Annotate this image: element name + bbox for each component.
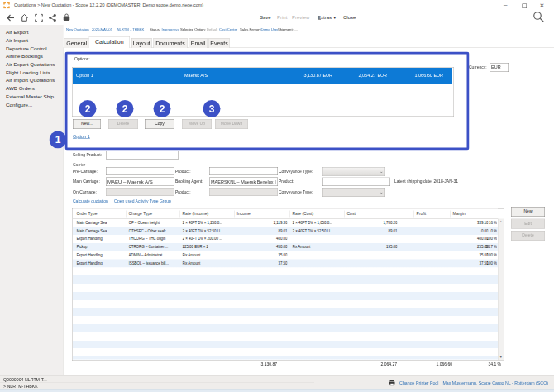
sidebar-item-external-master[interactable]: External Master Ship... xyxy=(6,93,58,99)
back-icon[interactable] xyxy=(6,13,15,22)
annotation-step-3: 3 xyxy=(203,100,221,117)
col-rate-cost[interactable]: Rate (Cost) xyxy=(293,209,314,219)
open-window-item-active[interactable]: > NLRTM-THBKK xyxy=(3,384,38,389)
title-bar: Quotations > New Quotation - Scope 12.2.… xyxy=(0,0,554,12)
sales-person-label: Sales Person: xyxy=(240,27,261,31)
on-carriage-label: On-Carriage: xyxy=(73,189,97,194)
tab-email[interactable]: Email xyxy=(189,38,208,48)
main-carriage-input[interactable]: MAEU – Maersk A/S xyxy=(106,178,174,187)
extras-menu[interactable]: EExtrasxtras ▼ xyxy=(318,15,337,21)
on-carriage-input[interactable] xyxy=(106,188,174,196)
option-row-selected[interactable]: Option 1 Maersk A/S 3,130.87 EUR 2,064.2… xyxy=(73,68,452,84)
tab-events[interactable]: Events xyxy=(209,38,230,48)
col-charge-type[interactable]: Charge Type xyxy=(129,209,153,219)
product-label-3: Product: xyxy=(175,189,191,194)
bag-icon[interactable] xyxy=(62,13,71,22)
minimize-button[interactable]: – xyxy=(504,1,507,8)
statusbar-divider xyxy=(0,383,314,384)
share-icon[interactable] xyxy=(49,14,57,22)
save-button[interactable]: Save xyxy=(260,15,271,21)
close-window-button[interactable]: ✕ xyxy=(540,2,545,8)
home-icon[interactable] xyxy=(20,13,29,22)
latest-shipping-label: Latest shipping date: 2018-JAN-31 xyxy=(394,179,458,184)
status-value[interactable]: In progress xyxy=(162,27,179,31)
new-quotation-link[interactable]: New Quotation xyxy=(66,27,88,31)
charge-row[interactable]: Main Carriage SeaOTHSFC – Other seafr...… xyxy=(73,227,498,235)
option-copy-button[interactable]: Copy xyxy=(145,119,174,129)
conveyance-select-2[interactable]: ⌄ xyxy=(322,188,385,197)
table-scrollbar[interactable]: ▲ ▼ xyxy=(498,219,504,361)
search-icon[interactable] xyxy=(533,11,545,23)
header-sep xyxy=(179,211,180,218)
annotation-step-1: 1 xyxy=(50,131,67,149)
col-rate-income[interactable]: Rate (Income) xyxy=(183,209,209,219)
calculate-quotation-link[interactable]: Calculate quotation xyxy=(73,198,108,203)
col-margin[interactable]: Margin xyxy=(453,209,466,219)
charge-row[interactable]: Export HandlingTHCORG – THC origin2 × 40… xyxy=(73,235,498,243)
col-income[interactable]: Income xyxy=(237,209,251,219)
user-session-info[interactable]: Max Mustermann, Scope Cargo NL - Rotterd… xyxy=(442,380,548,385)
col-order-type[interactable]: Order Type xyxy=(77,209,98,219)
currency-input[interactable]: EUR xyxy=(490,63,509,72)
charges-table: Order Type Charge Type Rate (Income) Inc… xyxy=(72,208,504,361)
charge-edit-button[interactable]: Edit xyxy=(511,219,545,229)
scroll-up-icon[interactable]: ▲ xyxy=(499,220,502,223)
sidebar-item-departure-control[interactable]: Departure Control xyxy=(6,45,47,51)
charge-row[interactable]: Export HandlingISSBOL – Issuance bill...… xyxy=(73,260,498,268)
tab-layout[interactable]: Layout xyxy=(131,38,152,48)
col-profit[interactable]: Profit xyxy=(417,209,427,219)
option-move-down-button[interactable]: Move Down xyxy=(215,119,248,129)
selling-product-input[interactable] xyxy=(106,151,179,160)
col-cost[interactable]: Cost xyxy=(347,209,356,219)
option-tab-link[interactable]: Option 1 xyxy=(73,134,90,139)
product-input-1[interactable] xyxy=(209,167,278,175)
option-move-up-button[interactable]: Move Up xyxy=(182,119,212,129)
booking-agent-input[interactable]: MAERSKNL – Maersk Benelux I xyxy=(209,178,278,187)
charge-delete-button[interactable]: Delete xyxy=(511,231,545,241)
pre-carriage-input[interactable] xyxy=(106,167,174,175)
scroll-down-icon[interactable]: ▼ xyxy=(499,356,502,359)
maximize-button[interactable] xyxy=(523,4,528,9)
header-sep xyxy=(126,211,127,218)
tab-calculation[interactable]: Calculation xyxy=(89,36,131,48)
cost-center-link[interactable]: Cost Center xyxy=(219,27,237,31)
option-delete-button[interactable]: Delete xyxy=(108,119,138,129)
header-sep xyxy=(450,211,451,218)
expand-icon[interactable] xyxy=(35,14,43,22)
sidebar: Air Export Air Import Departure Control … xyxy=(0,25,64,392)
charge-row[interactable]: Main Carriage SeaOF – Ocean freight2 × 4… xyxy=(73,219,498,227)
pre-carriage-label: Pre-Carriage: xyxy=(73,169,98,174)
change-printer-pool-link[interactable]: Change Printer Pool xyxy=(399,380,438,385)
selected-option-value: Default xyxy=(207,27,217,31)
tab-general[interactable]: General xyxy=(64,38,90,48)
sidebar-item-air-import[interactable]: Air Import xyxy=(6,37,28,43)
option-new-button[interactable]: New... xyxy=(73,119,101,129)
preview-button[interactable]: Preview xyxy=(292,15,309,21)
conveyance-label-1: Conveyance Type: xyxy=(279,169,313,174)
sidebar-item-configure[interactable]: Configure... xyxy=(6,102,32,108)
sidebar-item-air-export-quotations[interactable]: Air Export Quotations xyxy=(6,61,55,67)
conveyance-select-1[interactable]: ⌄ xyxy=(322,167,385,176)
statusbar-right: Change Printer Pool Max Mustermann, Scop… xyxy=(389,376,548,390)
window-title: Quotations > New Quotation - Scope 12.2.… xyxy=(14,2,203,7)
sidebar-item-flight-loading-lists[interactable]: Flight Loading Lists xyxy=(6,69,50,75)
product-input-2[interactable] xyxy=(322,178,390,187)
close-button[interactable]: Close xyxy=(343,15,356,21)
route-link[interactable]: NLRTM – THBKK xyxy=(117,27,145,31)
product-input-3[interactable] xyxy=(209,188,278,196)
sidebar-item-air-export[interactable]: Air Export xyxy=(6,30,28,36)
carrier-group-line xyxy=(89,165,385,166)
sales-person-value[interactable]: Demo User xyxy=(261,27,279,31)
sidebar-item-airline-bookings[interactable]: Airline Bookings xyxy=(6,54,43,60)
main-carriage-label: Main Carriage: xyxy=(73,179,100,184)
tab-documents[interactable]: Documents xyxy=(154,38,188,48)
sidebar-item-awb-orders[interactable]: AWB Orders xyxy=(6,85,35,91)
quotation-date-link[interactable]: 2020-MAY-05 xyxy=(92,27,112,31)
charge-row[interactable]: Export HandlingADMIN – Administrat...Fix… xyxy=(73,251,498,260)
activity-type-group-link[interactable]: Open used Activity Type Group xyxy=(114,198,171,203)
charge-row[interactable]: PickupCTRORG – Container ...225.00 EUR ×… xyxy=(73,243,498,251)
sidebar-item-air-import-quotations[interactable]: Air Import Quotations xyxy=(6,78,55,84)
print-button[interactable]: Print xyxy=(277,15,287,21)
charge-new-button[interactable]: New xyxy=(511,207,545,217)
open-window-item[interactable]: Q0000004 NLRTM-T... xyxy=(3,377,47,382)
